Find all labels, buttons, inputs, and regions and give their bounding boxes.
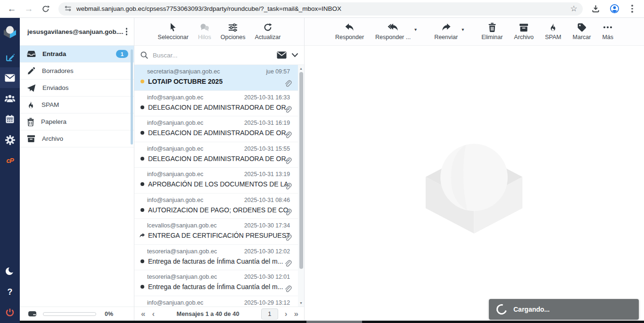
mark-button[interactable]: Marcar xyxy=(573,22,591,40)
attachment-icon xyxy=(284,285,292,293)
mail-nav-icon[interactable] xyxy=(0,67,20,88)
message-date: 2025-10-30 17:34 xyxy=(244,222,290,229)
folder-item-borradores[interactable]: Borradores xyxy=(20,63,134,80)
refresh-icon[interactable] xyxy=(39,2,53,16)
flagged-status-icon[interactable] xyxy=(139,80,145,83)
archive-button[interactable]: Archivo xyxy=(514,22,534,40)
delete-button[interactable]: Eliminar xyxy=(481,22,503,40)
unread-status-icon[interactable] xyxy=(139,105,145,109)
calendar-icon[interactable] xyxy=(0,109,20,129)
message-subject: DELEGACION DE ADMINISTRADORA DE OR... xyxy=(148,155,290,162)
next-page-button[interactable]: › xyxy=(285,310,288,318)
message-row[interactable]: secretaria@sanjuan.gob.ecjue 09:57LOTAIP… xyxy=(134,65,304,91)
folder-label: Papelera xyxy=(41,118,128,125)
select-button[interactable]: Seleccionar xyxy=(158,22,189,40)
message-sender: tesoreria@sanjuan.gob.ec xyxy=(147,248,217,255)
list-scrollbar[interactable]: ▲ ▼ xyxy=(298,65,304,307)
account-menu-icon[interactable] xyxy=(123,28,131,35)
page: ← → webmail.sanjuan.gob.ec/cpsess7753063… xyxy=(0,0,644,323)
folder-item-spam[interactable]: SPAM xyxy=(20,97,134,113)
unread-status-icon[interactable] xyxy=(139,157,145,161)
download-icon[interactable] xyxy=(588,2,603,16)
browser-menu-icon[interactable] xyxy=(626,5,638,13)
search-input[interactable] xyxy=(153,52,272,59)
options-button[interactable]: Opciones xyxy=(221,22,246,40)
attachment-icon xyxy=(284,182,292,191)
message-date: 2025-10-31 15:55 xyxy=(244,145,290,152)
list-toolbar: Seleccionar Hilos Opciones Actualizar xyxy=(134,18,304,46)
last-page-button[interactable]: » xyxy=(294,310,298,318)
browser-toolbar: ← → webmail.sanjuan.gob.ec/cpsess7753063… xyxy=(0,0,644,18)
message-date: jue 09:57 xyxy=(266,68,290,75)
message-row[interactable]: info@sanjuan.gob.ec2025-10-31 08:46AUTOR… xyxy=(134,194,304,219)
unread-status-icon[interactable] xyxy=(139,131,145,135)
unread-status-icon[interactable] xyxy=(139,208,145,212)
message-row[interactable]: info@sanjuan.gob.ec2025-10-29 13:12 xyxy=(134,296,304,307)
forwarded-status-icon[interactable] xyxy=(139,233,145,238)
trash-icon xyxy=(488,22,496,32)
message-row[interactable]: info@sanjuan.gob.ec2025-10-31 16:19DELEG… xyxy=(134,116,304,142)
folder-list: Entrada1BorradoresEnviadosSPAMPapeleraAr… xyxy=(20,46,134,307)
folder-item-archivo[interactable]: Archivo xyxy=(20,130,134,147)
reply-all-dropdown-icon[interactable]: ▾ xyxy=(414,27,417,32)
threads-button[interactable]: Hilos xyxy=(198,22,211,40)
url-bar[interactable]: webmail.sanjuan.gob.ec/cpsess7753063093/… xyxy=(58,2,583,16)
page-number-input[interactable] xyxy=(261,308,278,320)
settings-gear-icon[interactable] xyxy=(0,129,20,150)
contacts-icon[interactable] xyxy=(0,88,20,109)
prev-page-button[interactable]: ‹ xyxy=(152,310,155,318)
refresh-list-button[interactable]: Actualizar xyxy=(255,22,281,40)
unread-status-icon[interactable] xyxy=(139,182,145,186)
folder-item-entrada[interactable]: Entrada1 xyxy=(20,46,134,63)
forward-button[interactable]: Reenviar ▾ xyxy=(434,22,458,40)
folder-item-enviados[interactable]: Enviados xyxy=(20,80,134,97)
reply-button[interactable]: Responder xyxy=(335,22,364,40)
archive-icon xyxy=(519,22,528,32)
compose-icon[interactable] xyxy=(0,47,20,67)
attachment-icon xyxy=(284,105,292,114)
scroll-down-icon[interactable]: ▼ xyxy=(298,301,304,305)
message-row[interactable]: lcevallos@sanjuan.gob.ec2025-10-30 17:34… xyxy=(134,219,304,245)
folder-item-papelera[interactable]: Papelera xyxy=(20,113,134,130)
inbox-icon xyxy=(27,50,36,57)
reply-all-button[interactable]: Responder ... ▾ xyxy=(375,22,411,40)
search-options-chevron-icon[interactable] xyxy=(291,53,298,57)
help-icon[interactable]: ? xyxy=(0,282,20,302)
horizontal-scroll-thumb[interactable] xyxy=(306,321,362,323)
back-icon[interactable]: ← xyxy=(5,2,19,16)
profile-icon[interactable] xyxy=(607,2,621,16)
search-scope-mail-icon[interactable] xyxy=(277,51,287,59)
forward-icon[interactable]: → xyxy=(22,2,36,16)
message-row[interactable]: tesoreria@sanjuan.gob.ec2025-10-30 12:01… xyxy=(134,270,304,296)
message-date: 2025-10-31 16:33 xyxy=(244,94,290,101)
message-rows: secretaria@sanjuan.gob.ecjue 09:57LOTAIP… xyxy=(134,65,304,307)
logout-power-icon[interactable] xyxy=(0,302,20,323)
scroll-up-icon[interactable]: ▲ xyxy=(298,67,304,70)
cpanel-icon[interactable]: cP xyxy=(0,150,20,171)
first-page-button[interactable]: « xyxy=(141,310,145,318)
bookmark-star-icon[interactable]: ☆ xyxy=(568,3,580,15)
folders-scrollbar[interactable] xyxy=(131,49,133,145)
message-sender: info@sanjuan.gob.ec xyxy=(147,94,203,101)
mail-toolbar: Responder Responder ... ▾ Reenviar ▾ Eli… xyxy=(305,18,644,46)
message-row[interactable]: info@sanjuan.gob.ec2025-10-31 15:55DELEG… xyxy=(134,142,304,168)
message-subject: LOTAIP OCTUBRE 2025 xyxy=(148,78,290,85)
scrollbar-thumb[interactable] xyxy=(299,72,303,269)
more-button[interactable]: Más xyxy=(602,22,613,40)
message-subject: AUTORIZACION DE PAGO; ORDENES DE CO... xyxy=(148,206,290,214)
message-row[interactable]: info@sanjuan.gob.ec2025-10-31 16:33DELEG… xyxy=(134,91,304,117)
message-row[interactable]: info@sanjuan.gob.ec2025-10-31 13:19APROB… xyxy=(134,168,304,194)
url-text[interactable]: webmail.sanjuan.gob.ec/cpsess7753063093/… xyxy=(76,5,563,12)
spam-button[interactable]: SPAM xyxy=(545,22,561,40)
message-sender: secretaria@sanjuan.gob.ec xyxy=(147,68,220,75)
unread-status-icon[interactable] xyxy=(139,285,145,289)
message-date: 2025-10-30 12:01 xyxy=(244,274,290,280)
message-sender: info@sanjuan.gob.ec xyxy=(147,299,203,306)
site-settings-icon[interactable] xyxy=(64,5,72,13)
forward-dropdown-icon[interactable]: ▾ xyxy=(462,27,464,32)
message-row[interactable]: tesoreria@sanjuan.gob.ec2025-10-30 12:02… xyxy=(134,245,304,271)
more-dots-icon xyxy=(603,22,613,32)
unread-status-icon[interactable] xyxy=(139,259,145,263)
dark-mode-moon-icon[interactable] xyxy=(0,261,20,282)
bottom-scrollbar-strip[interactable] xyxy=(20,321,644,323)
